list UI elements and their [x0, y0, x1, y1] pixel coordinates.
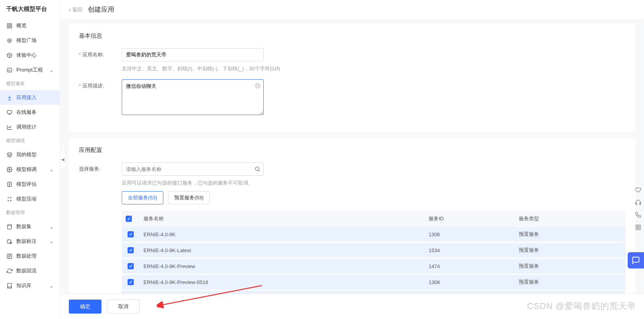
sidebar-item-chart[interactable]: 调用统计 — [0, 120, 60, 134]
cell-service-type: 预置服务 — [515, 290, 625, 294]
cell-service-name: ERNIE-4.0-8K — [140, 227, 425, 242]
sidebar-item-db[interactable]: 数据集⌄ — [0, 219, 60, 234]
page-title: 创建应用 — [88, 5, 114, 14]
cell-service-name: ERNIE-4.0-8K-Latest — [140, 242, 425, 258]
svg-rect-2 — [7, 26, 9, 28]
cell-service-id: 1474 — [425, 258, 515, 274]
row-checkbox[interactable] — [128, 279, 134, 285]
sidebar-item-label: 调用统计 — [16, 124, 37, 131]
sidebar-item-refresh[interactable]: 数据回流 — [0, 263, 60, 278]
cube-icon — [6, 52, 12, 58]
heart-icon[interactable] — [635, 187, 642, 193]
cell-service-type: 预置服务 — [515, 242, 625, 258]
app-name-label: 应用名称: — [79, 48, 122, 72]
sidebar-item-compress[interactable]: 模型压缩 — [0, 192, 60, 206]
svg-rect-0 — [7, 23, 9, 25]
process-icon — [6, 253, 12, 259]
cell-service-id: 1308 — [425, 274, 515, 290]
main-content: 基本信息 应用名称: 支持中文、英文、数字、斜线(/)、中划线(-)、下划线(_… — [60, 19, 644, 294]
clear-textarea-icon[interactable]: ✕ — [255, 83, 261, 89]
sidebar-item-monitor[interactable]: 在线服务 — [0, 105, 60, 120]
svg-rect-9 — [7, 182, 11, 186]
sidebar-item-grid[interactable]: 概览 — [0, 18, 60, 33]
sidebar-collapse-handle[interactable]: ◀ — [60, 150, 65, 169]
sidebar-item-label: 模型压缩 — [16, 195, 37, 202]
target-icon — [6, 37, 12, 44]
row-checkbox[interactable] — [128, 247, 134, 253]
svg-rect-1 — [10, 23, 11, 25]
sidebar-item-download[interactable]: 应用接入 — [0, 90, 60, 105]
cell-service-id: 1538 — [425, 290, 515, 294]
section-model-service: 模型服务 — [0, 77, 60, 90]
chat-fab-button[interactable] — [628, 252, 644, 268]
app-config-card: 应用配置 选择服务: 应用可以请求已勾选的接口服务，已勾选的服务不可取消。 全部… — [69, 138, 635, 294]
svg-line-15 — [259, 170, 260, 171]
section-data: 数据管理 — [0, 206, 60, 219]
chevron-down-icon: ⌄ — [49, 224, 54, 230]
sidebar-item-book[interactable]: 知识库⌄ — [0, 278, 60, 293]
col-service-id: 服务ID — [425, 211, 515, 227]
sidebar-item-eval[interactable]: 模型评估 — [0, 177, 60, 192]
sidebar-item-gear[interactable]: 模型精调⌄ — [0, 162, 60, 177]
sidebar-item-cube[interactable]: 体验中心 — [0, 48, 60, 63]
sidebar-item-annotate[interactable]: 数据标注⌄ — [0, 234, 60, 249]
grid-icon — [6, 23, 12, 29]
sidebar-item-process[interactable]: 数据处理 — [0, 249, 60, 263]
sidebar-item-label: 体验中心 — [16, 52, 37, 59]
svg-rect-7 — [7, 110, 11, 113]
cell-service-type: 预置服务 — [515, 274, 625, 290]
app-name-input[interactable] — [122, 48, 264, 61]
gear-icon — [6, 166, 12, 173]
table-row: ERNIE-4.0-8K-Preview-0518 1308 预置服务 — [122, 274, 625, 290]
cancel-button[interactable]: 取消 — [107, 300, 140, 314]
app-desc-textarea[interactable]: 微信自动聊天 — [122, 79, 264, 115]
prompt-icon — [6, 67, 12, 73]
sidebar-item-label: 在线服务 — [16, 109, 37, 116]
sidebar-item-label: 模型评估 — [16, 181, 37, 188]
eval-icon — [6, 181, 12, 187]
table-row: ERNIE-4.0-8K-Preview 1474 预置服务 — [122, 258, 625, 274]
svg-rect-21 — [639, 228, 640, 230]
headset-icon[interactable] — [635, 199, 642, 206]
row-checkbox[interactable] — [128, 231, 134, 237]
compress-icon — [6, 196, 12, 202]
qr-icon[interactable] — [635, 224, 642, 231]
service-helper-text: 应用可以请求已勾选的接口服务，已勾选的服务不可取消。 — [122, 180, 625, 187]
section-model-tune: 模型调优 — [0, 134, 60, 147]
back-link[interactable]: 返回 — [69, 6, 82, 13]
service-search-input[interactable] — [122, 162, 264, 176]
refresh-icon — [6, 268, 12, 274]
sidebar-item-label: 我的模型 — [16, 151, 37, 158]
sidebar-item-layers[interactable]: 我的模型 — [0, 147, 60, 162]
cell-service-type: 预置服务 — [515, 227, 625, 242]
phone-icon[interactable] — [635, 211, 642, 218]
service-tab[interactable]: 全部服务(53) — [122, 191, 163, 204]
basic-info-title: 基本信息 — [79, 32, 625, 40]
service-tab[interactable]: 预置服务(53) — [168, 191, 210, 204]
sidebar-item-label: 数据回流 — [16, 267, 37, 274]
app-config-title: 应用配置 — [79, 146, 625, 154]
row-checkbox[interactable] — [128, 263, 134, 269]
chevron-down-icon: ⌄ — [49, 283, 54, 289]
platform-logo: 千帆大模型平台 — [0, 0, 60, 18]
table-row: ERNIE-4.0-8K-Latest 1534 预置服务 — [122, 242, 625, 258]
search-icon[interactable] — [254, 166, 261, 172]
sidebar-item-label: 数据处理 — [16, 253, 37, 260]
cell-service-id: 1306 — [425, 227, 515, 242]
sidebar-item-label: Prompt工程 — [16, 66, 43, 73]
col-service-name: 服务名称 — [140, 211, 425, 227]
select-all-checkbox[interactable] — [126, 216, 132, 222]
confirm-button[interactable]: 确定 — [69, 300, 102, 314]
chevron-down-icon: ⌄ — [49, 67, 54, 73]
app-desc-label: 应用描述: — [79, 79, 122, 116]
sidebar-item-label: 应用接入 — [16, 94, 37, 101]
footer-bar: 确定 取消 — [60, 294, 644, 319]
sidebar-item-label: 数据集 — [16, 223, 32, 230]
svg-rect-18 — [636, 225, 638, 227]
sidebar-item-target[interactable]: 模型广场 — [0, 33, 60, 48]
monitor-icon — [6, 109, 12, 115]
chevron-down-icon: ⌄ — [49, 167, 54, 173]
svg-rect-20 — [636, 228, 638, 230]
svg-point-10 — [7, 224, 11, 226]
sidebar-item-prompt[interactable]: Prompt工程⌄ — [0, 63, 60, 77]
